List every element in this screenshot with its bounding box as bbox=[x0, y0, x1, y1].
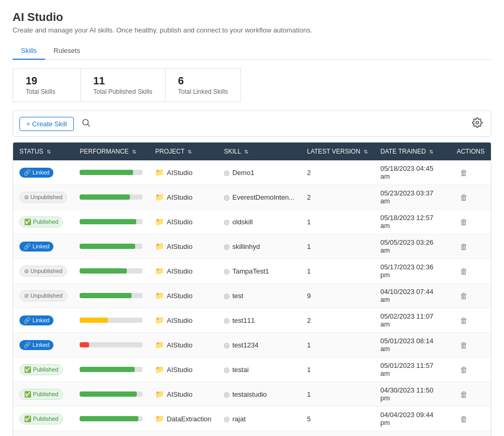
cell-actions: 🗑 bbox=[451, 357, 491, 382]
project-name: AIStudio bbox=[167, 390, 192, 398]
cell-performance bbox=[73, 333, 149, 357]
th-status[interactable]: STATUS ⇅ bbox=[13, 143, 73, 160]
skill-cell: ◎ rajat bbox=[224, 415, 294, 423]
table-row: 🔗 Linked 📁 AIStudio ◎ test111 2 05/02/20… bbox=[13, 308, 491, 333]
tab-skills[interactable]: Skills bbox=[13, 42, 45, 60]
tab-rulesets[interactable]: Rulesets bbox=[45, 42, 89, 60]
cell-actions: 🗑 bbox=[451, 259, 491, 284]
cell-version: 2 bbox=[301, 185, 374, 210]
performance-bar bbox=[80, 318, 108, 323]
cell-version: 9 bbox=[301, 284, 374, 308]
th-version[interactable]: LATEST VERSION ⇅ bbox=[301, 143, 374, 160]
cell-actions: 🗑 bbox=[451, 160, 491, 185]
performance-bar-container bbox=[80, 293, 143, 298]
delete-button[interactable]: 🗑 bbox=[457, 290, 471, 301]
project-cell: 📁 AIStudio bbox=[155, 217, 211, 226]
cell-status: ✅ Published bbox=[13, 357, 73, 382]
cell-version: 2 bbox=[301, 160, 374, 185]
performance-bar-container bbox=[80, 367, 143, 372]
cell-date-trained: 05/01/2023 11:57 am bbox=[374, 357, 451, 382]
delete-button[interactable]: 🗑 bbox=[457, 241, 471, 252]
cell-project: 📁 AIStudio bbox=[149, 185, 217, 210]
skill-cell: ◎ testai bbox=[224, 366, 294, 374]
performance-bar-container bbox=[80, 342, 143, 347]
skill-cell: ◎ TampaTest1 bbox=[224, 267, 294, 275]
status-badge: ⊘ Unpublished bbox=[19, 290, 67, 301]
skill-name: oldskill bbox=[232, 218, 253, 226]
skill-icon: ◎ bbox=[224, 415, 229, 423]
status-badge: ✅ Published bbox=[19, 413, 63, 424]
th-performance[interactable]: PERFORMANCE ⇅ bbox=[73, 143, 149, 160]
cell-performance bbox=[73, 210, 149, 234]
skill-icon: ◎ bbox=[224, 292, 229, 300]
th-actions: ACTIONS bbox=[451, 143, 491, 160]
skill-name: test111 bbox=[232, 317, 255, 324]
th-project[interactable]: PROJECT ⇅ bbox=[149, 143, 217, 160]
performance-bar-container bbox=[80, 391, 143, 397]
delete-button[interactable]: 🗑 bbox=[457, 364, 471, 375]
performance-bar bbox=[80, 219, 136, 224]
delete-button[interactable]: 🗑 bbox=[457, 340, 471, 351]
folder-icon: 📁 bbox=[155, 217, 164, 226]
cell-project: 📁 DataExtraction bbox=[149, 407, 217, 431]
delete-button[interactable]: 🗑 bbox=[457, 167, 471, 178]
status-badge: 🔗 Linked bbox=[19, 340, 53, 350]
skill-icon: ◎ bbox=[224, 341, 229, 349]
cell-status: ⊘ Unpublished bbox=[13, 431, 73, 437]
cell-project: 📁 AIStudio bbox=[149, 357, 217, 382]
toolbar: + Create Skill bbox=[13, 111, 491, 137]
cell-status: ⊘ Unpublished bbox=[13, 284, 73, 308]
project-name: AIStudio bbox=[167, 341, 192, 349]
status-badge: 🔗 Linked bbox=[19, 168, 53, 178]
project-cell: 📁 AIStudio bbox=[155, 267, 211, 275]
performance-bar bbox=[80, 416, 138, 421]
project-name: AIStudio bbox=[167, 366, 192, 374]
cell-version: 1 bbox=[301, 210, 374, 234]
table-row: 🔗 Linked 📁 AIStudio ◎ skillinhyd 1 05/05… bbox=[13, 234, 491, 259]
skill-name: test1234 bbox=[232, 341, 258, 349]
sort-performance-icon: ⇅ bbox=[132, 149, 136, 155]
delete-button[interactable]: 🗑 bbox=[457, 413, 471, 424]
cell-skill: ◎ AskUnum bbox=[217, 431, 301, 437]
cell-date-trained: 04/04/2023 09:44 pm bbox=[374, 407, 451, 431]
performance-bar bbox=[80, 268, 127, 274]
skill-icon: ◎ bbox=[224, 317, 229, 324]
th-skill[interactable]: SKILL ⇅ bbox=[217, 143, 301, 160]
cell-project: 📁 AIStudio bbox=[149, 284, 217, 308]
performance-bar bbox=[80, 293, 131, 298]
delete-button[interactable]: 🗑 bbox=[457, 266, 471, 277]
stat-total-skills: 19 Total Skills bbox=[13, 68, 81, 102]
settings-button[interactable] bbox=[470, 115, 485, 132]
table-row: ⊘ Unpublished 📁 AIStudio ◎ TampaTest1 1 … bbox=[13, 259, 491, 284]
stat-published-skills-number: 11 bbox=[93, 75, 152, 87]
stats-row: 19 Total Skills 11 Total Published Skill… bbox=[13, 68, 491, 102]
stat-linked-skills-number: 6 bbox=[178, 75, 228, 87]
delete-button[interactable]: 🗑 bbox=[457, 192, 471, 203]
cell-status: ⊘ Unpublished bbox=[13, 259, 73, 284]
svg-point-2 bbox=[476, 122, 479, 124]
th-date-trained[interactable]: DATE TRAINED ⇅ bbox=[374, 143, 451, 160]
skill-name: rajat bbox=[232, 415, 245, 423]
project-cell: 📁 AIStudio bbox=[155, 316, 211, 324]
table-row: ✅ Published 📁 AIStudio ◎ testai 1 05/01/… bbox=[13, 357, 491, 382]
delete-button[interactable]: 🗑 bbox=[457, 216, 471, 227]
sort-date-icon: ⇅ bbox=[429, 149, 433, 155]
page-title: AI Studio bbox=[13, 10, 491, 24]
skills-table: STATUS ⇅ PERFORMANCE ⇅ PROJECT ⇅ SKILL ⇅… bbox=[13, 143, 491, 436]
skill-name: testai bbox=[232, 366, 248, 374]
cell-date-trained: 05/05/2023 03:26 am bbox=[374, 234, 451, 259]
cell-status: ✅ Published bbox=[13, 210, 73, 234]
skills-table-container: STATUS ⇅ PERFORMANCE ⇅ PROJECT ⇅ SKILL ⇅… bbox=[13, 142, 491, 436]
cell-version: 1 bbox=[301, 333, 374, 357]
delete-button[interactable]: 🗑 bbox=[457, 315, 471, 326]
search-button[interactable] bbox=[79, 116, 93, 132]
cell-skill: ◎ test1234 bbox=[217, 333, 301, 357]
status-badge: ✅ Published bbox=[19, 389, 63, 400]
table-row: ✅ Published 📁 AIStudio ◎ testaistudio 1 … bbox=[13, 382, 491, 407]
performance-bar bbox=[80, 367, 134, 372]
cell-status: ✅ Published bbox=[13, 382, 73, 407]
cell-date-trained: 04/30/2023 11:50 pm bbox=[374, 382, 451, 407]
delete-button[interactable]: 🗑 bbox=[457, 389, 471, 400]
project-cell: 📁 DataExtraction bbox=[155, 415, 211, 423]
create-skill-button[interactable]: + Create Skill bbox=[19, 117, 74, 131]
